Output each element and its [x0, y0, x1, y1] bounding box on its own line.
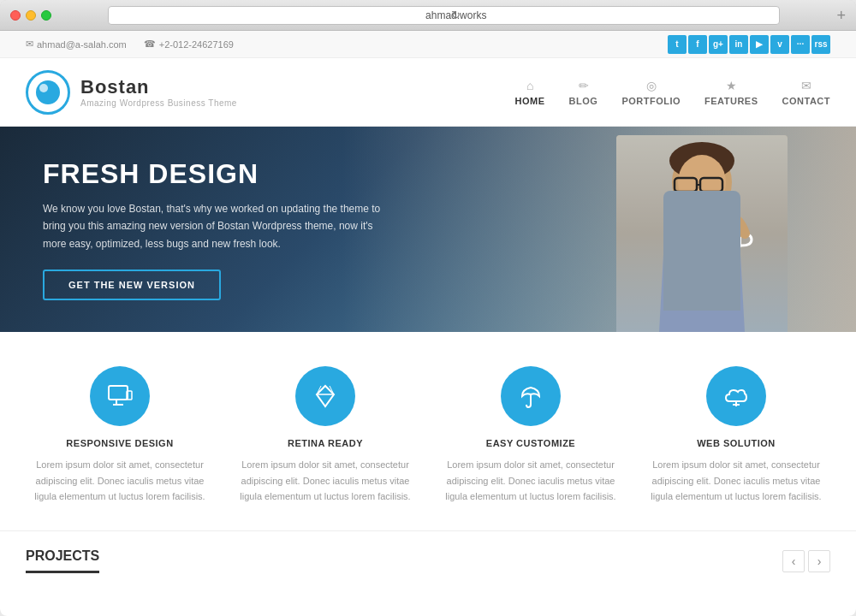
svg-line-10: [722, 216, 724, 306]
nav-features-label: FEATURES: [704, 96, 758, 106]
logo-text-area: Bostan Amazing Wordpress Business Theme: [80, 76, 237, 108]
maximize-button[interactable]: [41, 10, 51, 21]
nav-home[interactable]: ⌂ HOME: [515, 79, 545, 106]
projects-title: PROJECTS: [26, 548, 99, 573]
rss-icon[interactable]: rss: [811, 35, 830, 54]
phone-number: +2-012-24627169: [159, 39, 234, 50]
features-icon: ★: [726, 79, 737, 92]
features-section: RESPONSIVE DESIGN Lorem ipsum dolor sit …: [0, 332, 856, 530]
email-address: ahmad@a-salah.com: [37, 39, 127, 50]
svg-line-9: [709, 216, 710, 306]
vimeo-icon[interactable]: v: [770, 35, 789, 54]
top-bar: ✉ ahmad@a-salah.com ☎ +2-012-24627169 t …: [0, 31, 856, 58]
nav-blog[interactable]: ✏ BLOG: [569, 79, 598, 106]
svg-point-3: [678, 155, 726, 210]
web-title: WEB SOLUTION: [697, 438, 776, 448]
phone-icon: ☎: [144, 38, 156, 50]
diamond-icon: [312, 382, 339, 410]
logo-area: Bostan Amazing Wordpress Business Theme: [26, 70, 237, 115]
phone-info: ☎ +2-012-24627169: [144, 38, 234, 50]
nav-home-label: HOME: [515, 96, 545, 106]
email-icon: ✉: [26, 38, 33, 50]
email-info: ✉ ahmad@a-salah.com: [26, 38, 127, 50]
other-icon[interactable]: ···: [791, 35, 810, 54]
svg-rect-12: [109, 386, 128, 400]
hero-cta-button[interactable]: GET THE NEW VERSION: [43, 270, 221, 300]
responsive-icon-circle: [90, 366, 150, 426]
brand-tagline: Amazing Wordpress Business Theme: [80, 98, 237, 108]
new-tab-button[interactable]: +: [836, 8, 846, 23]
twitter-icon[interactable]: t: [668, 35, 687, 54]
monitor-icon: [106, 382, 134, 410]
customize-icon-circle: [501, 366, 561, 426]
responsive-title: RESPONSIVE DESIGN: [66, 438, 173, 448]
linkedin-icon[interactable]: in: [729, 35, 748, 54]
home-icon: ⌂: [526, 79, 533, 92]
customize-title: EASY CUSTOMIZE: [486, 438, 575, 448]
youtube-icon[interactable]: ▶: [750, 35, 769, 54]
retina-icon-circle: [295, 366, 355, 426]
logo-inner-circle: [36, 80, 60, 104]
feature-customize: EASY CUSTOMIZE Lorem ipsum dolor sit ame…: [437, 366, 625, 505]
main-nav: ⌂ HOME ✏ BLOG ◎ PORTFOLIO ★ FEATURES ✉: [515, 79, 830, 106]
nav-portfolio[interactable]: ◎ PORTFOLIO: [621, 79, 681, 106]
social-icons-bar: t f g+ in ▶ v ··· rss: [668, 35, 830, 54]
logo-icon: [26, 70, 70, 115]
feature-web: WEB SOLUTION Lorem ipsum dolor sit amet,…: [642, 366, 830, 505]
hero-section: FRESH DESIGN We know you love Bostan, th…: [0, 127, 856, 332]
facebook-icon[interactable]: f: [688, 35, 707, 54]
projects-prev-button[interactable]: ‹: [782, 550, 805, 572]
hero-content: FRESH DESIGN We know you love Bostan, th…: [0, 158, 428, 300]
minimize-button[interactable]: [26, 10, 36, 21]
projects-section-header: PROJECTS ‹ ›: [0, 530, 856, 573]
cloud-icon: [722, 382, 750, 410]
features-grid: RESPONSIVE DESIGN Lorem ipsum dolor sit …: [26, 366, 830, 505]
web-icon-circle: [706, 366, 766, 426]
googleplus-icon[interactable]: g+: [709, 35, 728, 54]
reload-icon[interactable]: ↻: [449, 9, 462, 22]
nav-blog-label: BLOG: [569, 96, 598, 106]
responsive-desc: Lorem ipsum dolor sit amet, consectetur …: [26, 457, 214, 505]
svg-line-8: [692, 216, 693, 306]
contact-icon: ✉: [801, 79, 811, 92]
retina-title: RETINA READY: [288, 438, 363, 448]
address-bar[interactable]: ahmad.works ↻: [108, 6, 780, 25]
hero-description: We know you love Bostan, that's why we w…: [43, 200, 385, 252]
blog-icon: ✏: [579, 79, 589, 92]
umbrella-icon: [517, 382, 544, 410]
retina-desc: Lorem ipsum dolor sit amet, consectetur …: [231, 457, 419, 505]
website-content: ✉ ahmad@a-salah.com ☎ +2-012-24627169 t …: [0, 31, 856, 616]
close-button[interactable]: [10, 10, 21, 21]
hero-person-image: [616, 135, 788, 332]
brand-name: Bostan: [80, 76, 237, 98]
nav-portfolio-label: PORTFOLIO: [621, 96, 681, 106]
hero-title: FRESH DESIGN: [43, 158, 385, 190]
feature-responsive: RESPONSIVE DESIGN Lorem ipsum dolor sit …: [26, 366, 214, 505]
nav-features[interactable]: ★ FEATURES: [704, 79, 758, 106]
person-svg: [616, 135, 788, 332]
svg-rect-11: [717, 229, 741, 248]
customize-desc: Lorem ipsum dolor sit amet, consectetur …: [437, 457, 625, 505]
site-header: Bostan Amazing Wordpress Business Theme …: [0, 58, 856, 127]
nav-contact[interactable]: ✉ CONTACT: [782, 79, 830, 106]
nav-contact-label: CONTACT: [782, 96, 830, 106]
projects-navigation: ‹ ›: [782, 550, 830, 572]
projects-next-button[interactable]: ›: [808, 550, 830, 572]
portfolio-icon: ◎: [646, 79, 657, 92]
svg-line-7: [676, 216, 681, 306]
web-desc: Lorem ipsum dolor sit amet, consectetur …: [642, 457, 830, 505]
feature-retina: RETINA READY Lorem ipsum dolor sit amet,…: [231, 366, 419, 505]
browser-titlebar: ahmad.works ↻ +: [0, 0, 856, 31]
contact-info: ✉ ahmad@a-salah.com ☎ +2-012-24627169: [26, 38, 234, 50]
browser-window: ahmad.works ↻ + ✉ ahmad@a-salah.com ☎ +2…: [0, 0, 856, 616]
